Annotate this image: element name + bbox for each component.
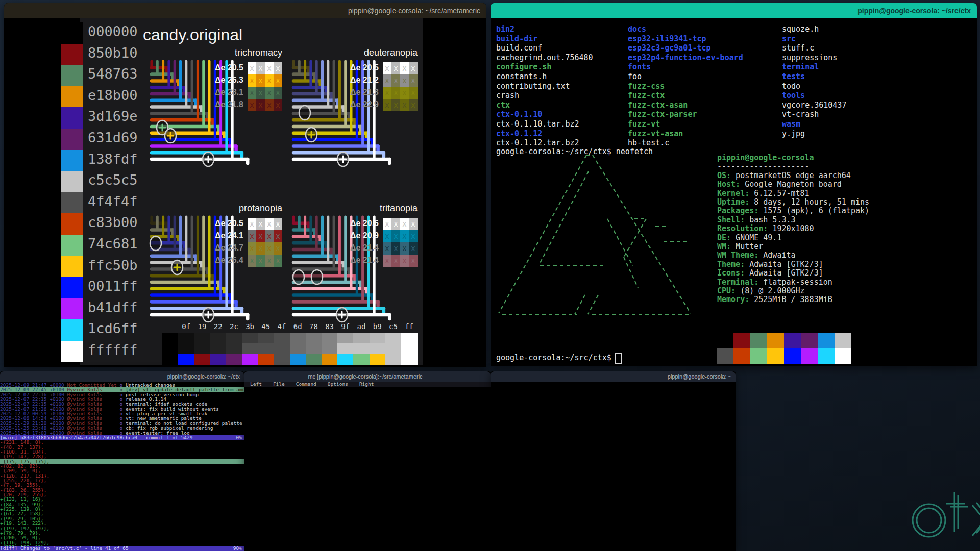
ramp-gray-top	[370, 333, 386, 343]
delta-e-cell: X	[383, 230, 391, 242]
ramp-gray-top	[226, 333, 242, 343]
titlebar-git[interactable]: pippin@google-corsola: ~/ctx	[0, 371, 244, 382]
ramp-color-cell	[353, 354, 370, 365]
neofetch-value: Google Magneton board	[740, 180, 842, 189]
terminal-palette-swatch	[818, 348, 835, 364]
terminal-palette-swatch	[801, 333, 818, 348]
delta-e-cell: X	[256, 99, 265, 111]
delta-e-cell: X	[274, 230, 282, 242]
ramp-gray-bottom	[274, 343, 290, 354]
ramp-color-cell	[162, 354, 179, 365]
quadrant-label: tritanopia	[310, 203, 418, 214]
ascii-art-stroke	[588, 295, 598, 314]
neofetch-value: GNOME 49.1	[731, 233, 781, 242]
git-terminal-content[interactable]: 2025-12-09 21:47 +0000 Not Committed Yet…	[0, 382, 244, 551]
ramp-label: 4f	[274, 322, 289, 331]
shell-prompt: google-corsola:~/src/ctx$	[496, 353, 611, 362]
delta-e-value: Δe 21.4	[310, 256, 379, 265]
ctx-terminal-content[interactable]: bin2docssquoze.hbuild-diresp32-ili9341-t…	[491, 18, 977, 366]
neofetch-key: Memory:	[717, 295, 749, 304]
ramp-label: 0f	[178, 322, 194, 331]
window-git-terminal[interactable]: pippin@google-corsola: ~/ctx 2025-12-09 …	[0, 371, 244, 551]
mc-menubar: LeftFileCommandOptionsRight	[244, 382, 491, 387]
confusion-marker	[299, 106, 310, 120]
ramp-gray-bottom	[210, 343, 227, 354]
delta-e-cell: X	[248, 242, 256, 255]
delta-e-cell: X	[383, 62, 391, 74]
mc-content[interactable]: LeftFileCommandOptionsRight	[244, 382, 491, 551]
ramp-gray-bottom	[322, 343, 338, 354]
delta-e-cell: X	[383, 242, 391, 255]
window-ctx-terminal[interactable]: pippin@google-corsola: ~/src/ctx bin2doc…	[491, 3, 977, 366]
status-bar-percent: 90%	[233, 546, 242, 550]
delta-e-cell: X	[265, 62, 274, 74]
ramp-gray-top	[258, 333, 274, 343]
delta-e-cell: X	[409, 218, 418, 230]
delta-e-cell: X	[248, 218, 256, 230]
neofetch-info-line: Uptime: 8 days, 12 hours, 51 mins	[717, 197, 869, 207]
delta-e-cell: X	[265, 87, 274, 99]
neofetch-info-line: Icons: Adwaita [GTK2/3]	[717, 268, 823, 278]
neofetch-value: 6.12.57-mt81	[749, 189, 809, 198]
ramp-gray-top	[178, 333, 194, 343]
ramp-gray-top	[337, 333, 354, 343]
neofetch-value: bash 5.3.3	[745, 215, 795, 224]
neofetch-info-line: Shell: bash 5.3.3	[717, 215, 796, 224]
ramp-gray-top	[210, 333, 227, 343]
ramp-gray-bottom	[178, 343, 194, 354]
neofetch-info-line: WM Theme: Adwaita	[717, 251, 796, 260]
delta-e-cell: X	[400, 255, 409, 267]
neofetch-key: WM:	[717, 242, 731, 251]
ramp-gray-bottom	[194, 343, 210, 354]
window-mc-terminal[interactable]: mc [pippin@google-corsola]:~/src/ametame…	[244, 371, 491, 551]
neofetch-value: 2525MiB / 3883MiB	[749, 295, 832, 304]
delta-e-cell: X	[256, 230, 265, 242]
mc-menu-item: Left	[250, 382, 262, 387]
neofetch-value: postmarketOS edge aarch64	[731, 171, 851, 180]
titlebar-ametameric[interactable]: pippin@google-corsola: ~/src/ametameric	[4, 3, 486, 18]
delta-e-value: Δe 28.1	[175, 88, 243, 97]
neofetch-key: Shell:	[717, 215, 745, 224]
delta-e-value: Δe 20.5	[175, 219, 243, 228]
neofetch-key: DE:	[717, 233, 731, 242]
confusion-marker	[150, 236, 161, 251]
ramp-label: 22	[210, 322, 226, 331]
neofetch-info-line: WM: Mutter	[717, 242, 763, 251]
delta-e-cell: X	[265, 99, 274, 111]
neofetch-key: Packages:	[717, 206, 758, 215]
window-htop-terminal[interactable]: pippin@google-corsola: ~	[491, 371, 736, 551]
ramp-gray-bottom	[242, 343, 258, 354]
ramp-color-cell	[178, 354, 194, 365]
htop-content[interactable]	[491, 382, 736, 551]
mc-menu-item: Command	[296, 382, 316, 387]
delta-e-cell: X	[274, 218, 282, 230]
neofetch-key: CPU:	[717, 286, 736, 295]
delta-e-cell: X	[400, 230, 409, 242]
delta-e-cell: X	[383, 218, 391, 230]
ramp-label: 45	[258, 322, 274, 331]
delta-e-cell: X	[256, 242, 265, 255]
delta-e-cell: X	[248, 62, 256, 74]
ramp-color-cell	[194, 354, 210, 365]
ramp-gray-bottom	[306, 343, 322, 354]
titlebar-mc[interactable]: mc [pippin@google-corsola]:~/src/ametame…	[244, 371, 491, 382]
delta-e-value: Δe 31.8	[175, 100, 243, 109]
ramp-label: ad	[353, 322, 369, 331]
window-ametameric-terminal[interactable]: pippin@google-corsola: ~/src/ametameric …	[4, 3, 486, 367]
ascii-art-stroke	[607, 219, 633, 266]
ascii-art-stroke	[575, 295, 585, 314]
ramp-gray-top	[353, 333, 370, 343]
candy-image-view[interactable]: 000000850b10548763e18b003d169e631d69138f…	[4, 18, 486, 367]
titlebar-ctx[interactable]: pippin@google-corsola: ~/src/ctx	[491, 3, 977, 18]
ramp-label: c5	[385, 322, 401, 331]
neofetch-value: 8 days, 12 hours, 51 mins	[749, 197, 869, 207]
delta-e-value: Δe 20.6	[310, 219, 379, 228]
delta-e-cell: X	[256, 74, 265, 87]
delta-e-cell: X	[274, 242, 282, 255]
delta-e-value: Δe 20.5	[310, 63, 379, 72]
delta-e-value: Δe 24.7	[175, 243, 243, 253]
ascii-art-stroke	[539, 171, 589, 265]
ascii-art-stroke	[499, 155, 586, 313]
titlebar-htop[interactable]: pippin@google-corsola: ~	[491, 371, 736, 382]
main-bar-percent: 0%	[236, 435, 242, 440]
